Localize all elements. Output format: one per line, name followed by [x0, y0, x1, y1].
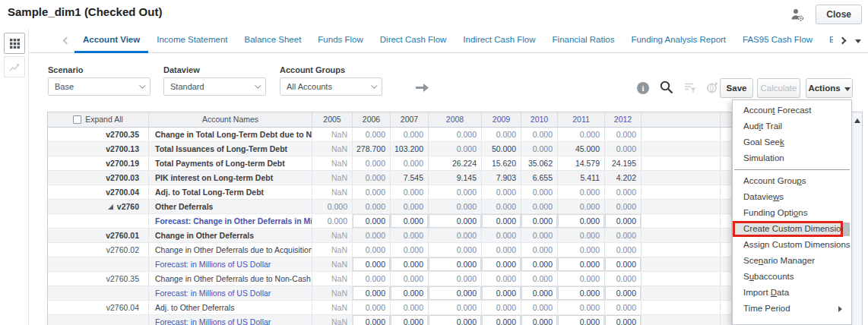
tab-income-statement[interactable]: Income Statement [148, 29, 236, 53]
value-cell-2005[interactable]: NaN [312, 272, 353, 286]
value-cell-2012[interactable]: 0.000 [605, 200, 641, 213]
value-cell-2010[interactable]: 0.000 [521, 185, 558, 199]
value-cell-2008[interactable]: 0.000 [429, 315, 482, 325]
value-cell-2009[interactable]: 0.000 [482, 315, 521, 325]
value-cell-2009[interactable]: 0.000 [482, 286, 521, 300]
value-cell-2006[interactable]: 0.000 [353, 301, 391, 314]
tabs-scroll-left-icon[interactable] [63, 37, 71, 45]
value-cell-2005[interactable]: NaN [312, 286, 353, 300]
menu-item-funding-options[interactable]: Funding Options [733, 205, 851, 221]
value-cell-2008[interactable]: 0.000 [429, 286, 482, 300]
value-cell-2007[interactable]: 0.000 [391, 229, 429, 242]
menu-item-assign-custom-dimensions[interactable]: Assign Custom Dimensions [733, 237, 851, 253]
value-cell-2009[interactable]: 0.000 [482, 185, 521, 199]
value-cell-2006[interactable]: 278.700 [353, 142, 391, 156]
value-cell-2009[interactable]: 0.000 [482, 301, 521, 314]
tab-funding-analysis-report[interactable]: Funding Analysis Report [622, 29, 734, 53]
expand-all-checkbox[interactable] [73, 115, 81, 124]
value-cell-2006[interactable]: 0.000 [353, 214, 391, 228]
tab-balance-sheet[interactable]: Balance Sheet [236, 29, 310, 53]
value-cell-2007[interactable]: 0.000 [391, 200, 429, 213]
value-cell-2010[interactable]: 0.000 [521, 286, 558, 300]
value-cell-2007[interactable]: 0.000 [391, 243, 429, 257]
value-cell-2009[interactable]: 0.000 [482, 128, 521, 141]
grid-scrollbar[interactable] [851, 112, 862, 325]
value-cell-2006[interactable]: 0.000 [353, 315, 391, 325]
value-cell-2012[interactable]: 0.000 [605, 286, 641, 300]
menu-item-account-groups[interactable]: Account Groups [733, 173, 851, 189]
value-cell-2005[interactable]: NaN [312, 142, 353, 156]
tab-fas95-cash-flow[interactable]: FAS95 Cash Flow [734, 29, 821, 53]
value-cell-2008[interactable]: 0.000 [429, 243, 482, 257]
value-cell-2012[interactable]: 0.000 [605, 257, 641, 271]
value-cell-2008[interactable]: 0.000 [429, 229, 482, 242]
value-cell-2011[interactable]: 0.000 [558, 229, 605, 242]
value-cell-2007[interactable]: 7.545 [391, 171, 429, 185]
value-cell-2011[interactable]: 0.000 [558, 128, 605, 141]
tabs-scroll-right-icon[interactable] [839, 37, 847, 45]
actions-button[interactable]: Actions [806, 78, 853, 98]
forecast-link-cell[interactable]: Forecast: in Millions of US Dollar [149, 286, 312, 300]
value-cell-2012[interactable]: 0.000 [605, 142, 641, 156]
value-cell-2010[interactable]: 0.000 [521, 200, 558, 213]
value-cell-2006[interactable]: 0.000 [353, 286, 391, 300]
chart-view-button[interactable] [4, 56, 25, 77]
menu-item-dataviews[interactable]: Dataviews [733, 189, 851, 205]
menu-item-goal-seek[interactable]: Goal Seek [733, 134, 851, 150]
value-cell-2008[interactable]: 0.000 [429, 214, 482, 228]
value-cell-2007[interactable]: 0.000 [391, 315, 429, 325]
value-cell-2008[interactable]: 0.000 [429, 257, 482, 271]
value-cell-2006[interactable]: 0.000 [353, 257, 391, 271]
user-settings-icon[interactable] [789, 7, 806, 24]
value-cell-2011[interactable]: 0.000 [558, 301, 605, 314]
value-cell-2005[interactable]: NaN [312, 243, 353, 257]
value-cell-2007[interactable]: 0.000 [391, 128, 429, 141]
value-cell-2010[interactable]: 0.000 [521, 142, 558, 156]
value-cell-2007[interactable]: 0.000 [391, 286, 429, 300]
save-button[interactable]: Save [720, 78, 753, 98]
menu-item-import-data[interactable]: Import Data [733, 285, 851, 301]
value-cell-2010[interactable]: 0.000 [521, 257, 558, 271]
account-code-cell[interactable]: v2760 [48, 200, 149, 213]
value-cell-2011[interactable]: 0.000 [558, 272, 605, 286]
value-cell-2008[interactable]: 0.000 [429, 128, 482, 141]
value-cell-2012[interactable]: 0.000 [605, 185, 641, 199]
grid-view-button[interactable] [4, 33, 25, 54]
refresh-globe-icon[interactable] [705, 81, 719, 94]
tab-executive-summary-report[interactable]: Executive Summary Report [821, 29, 833, 53]
value-cell-2005[interactable]: 0.000 [312, 200, 353, 213]
value-cell-2008[interactable]: 0.000 [429, 272, 482, 286]
tab-direct-cash-flow[interactable]: Direct Cash Flow [372, 29, 455, 53]
value-cell-2005[interactable]: 0.000 [312, 214, 353, 228]
expand-triangle-icon[interactable] [108, 204, 113, 210]
search-icon[interactable] [659, 80, 674, 95]
value-cell-2009[interactable]: 0.000 [482, 229, 521, 242]
value-cell-2006[interactable]: 0.000 [353, 272, 391, 286]
value-cell-2009[interactable]: 0.000 [482, 243, 521, 257]
value-cell-2005[interactable]: NaN [312, 257, 353, 271]
menu-item-create-custom-dimensions[interactable]: Create Custom Dimensions [733, 221, 843, 237]
value-cell-2009[interactable]: 0.000 [482, 257, 521, 271]
value-cell-2009[interactable]: 7.903 [482, 171, 521, 185]
menu-item-account-forecast[interactable]: Account Forecast [733, 103, 851, 118]
tabs-overflow-caret-icon[interactable] [855, 39, 861, 43]
value-cell-2005[interactable]: NaN [312, 171, 353, 185]
value-cell-2010[interactable]: 0.000 [521, 229, 558, 242]
value-cell-2012[interactable]: 24.195 [605, 156, 641, 170]
menu-item-simulation[interactable]: Simulation [733, 150, 851, 166]
value-cell-2007[interactable]: 0.000 [391, 272, 429, 286]
value-cell-2012[interactable]: 0.000 [605, 229, 641, 242]
value-cell-2011[interactable]: 45.000 [558, 142, 605, 156]
value-cell-2010[interactable]: 6.655 [521, 171, 558, 185]
tab-funds-flow[interactable]: Funds Flow [309, 29, 371, 53]
value-cell-2011[interactable]: 0.000 [558, 243, 605, 257]
value-cell-2006[interactable]: 0.000 [353, 128, 391, 141]
menu-item-scenario-manager[interactable]: Scenario Manager [733, 253, 851, 269]
value-cell-2010[interactable]: 35.062 [521, 156, 558, 170]
scroll-up-icon[interactable] [854, 118, 860, 123]
value-cell-2007[interactable]: 0.000 [391, 156, 429, 170]
menu-item-audit-trail[interactable]: Audit Trail [733, 118, 851, 134]
value-cell-2005[interactable]: NaN [312, 315, 353, 325]
forecast-link-cell[interactable]: Forecast: in Millions of US Dollar [149, 315, 312, 325]
value-cell-2006[interactable]: 0.000 [353, 243, 391, 257]
